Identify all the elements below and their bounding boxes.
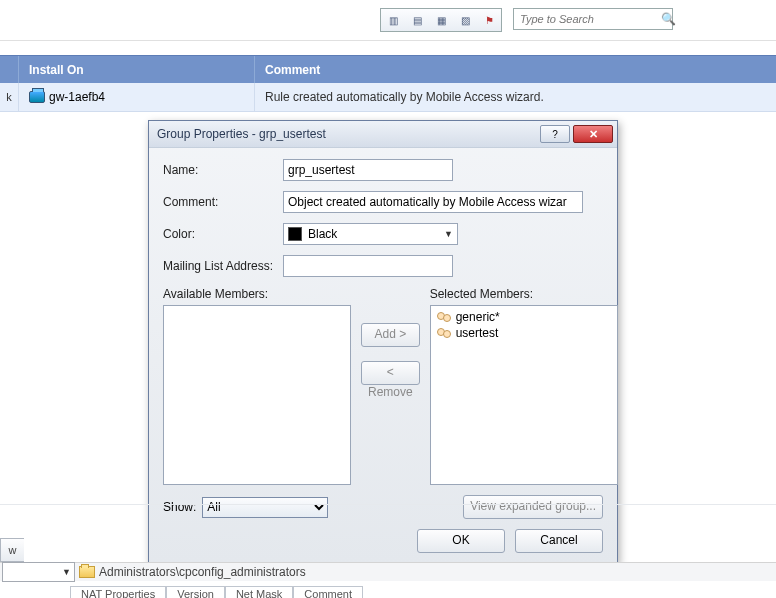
layout-icon-4[interactable]: ▨ (453, 9, 477, 31)
name-input[interactable] (283, 159, 453, 181)
bottom-tab[interactable]: Comment (293, 586, 363, 598)
search-box[interactable]: 🔍 (513, 8, 673, 30)
layout-icon-1[interactable]: ▥ (381, 9, 405, 31)
mailing-input[interactable] (283, 255, 453, 277)
available-label: Available Members: (163, 287, 351, 301)
show-label: Show: (163, 500, 196, 514)
search-input[interactable] (518, 12, 661, 26)
search-icon: 🔍 (661, 12, 676, 26)
view-expanded-button[interactable]: View expanded group... (463, 495, 603, 519)
breadcrumb-text: Administrators\cpconfig_administrators (99, 565, 306, 579)
statusbar-dropdown[interactable]: ▼ (2, 562, 75, 582)
color-swatch-black (288, 227, 302, 241)
color-select[interactable]: Black ▼ (283, 223, 458, 245)
cancel-button[interactable]: Cancel (515, 529, 603, 553)
bottom-tabs: NAT PropertiesVersionNet MaskComment (70, 586, 363, 598)
mailing-label: Mailing List Address: (163, 259, 283, 273)
group-properties-dialog: Group Properties - grp_usertest ? ✕ Name… (148, 120, 618, 564)
gateway-icon (29, 91, 45, 103)
header-checkbox-col (0, 56, 19, 84)
selected-label: Selected Members: (430, 287, 618, 301)
color-label: Color: (163, 227, 283, 241)
bottom-tab[interactable]: NAT Properties (70, 586, 166, 598)
selected-members-list[interactable]: generic*usertest (430, 305, 618, 485)
help-button[interactable]: ? (540, 125, 570, 143)
top-toolbar: ▥ ▤ ▦ ▨ ⚑ 🔍 (0, 0, 776, 41)
available-members-list[interactable] (163, 305, 351, 485)
toolbar-icon-group: ▥ ▤ ▦ ▨ ⚑ (380, 8, 502, 32)
list-item-label: usertest (456, 326, 499, 340)
bottom-tab[interactable]: Net Mask (225, 586, 293, 598)
dialog-titlebar[interactable]: Group Properties - grp_usertest ? ✕ (149, 121, 617, 148)
add-button[interactable]: Add > (361, 323, 420, 347)
table-row[interactable]: k gw-1aefb4 Rule created automatically b… (0, 83, 776, 112)
layout-icon-3[interactable]: ▦ (429, 9, 453, 31)
folder-icon (79, 566, 95, 578)
comment-input[interactable] (283, 191, 583, 213)
layout-icon-2[interactable]: ▤ (405, 9, 429, 31)
bottom-tab[interactable]: Version (166, 586, 225, 598)
row-comment-cell: Rule created automatically by Mobile Acc… (255, 90, 776, 104)
rules-table-header: Install On Comment (0, 55, 776, 85)
list-item[interactable]: usertest (434, 325, 614, 341)
ok-button[interactable]: OK (417, 529, 505, 553)
row-install-cell[interactable]: gw-1aefb4 (19, 83, 255, 111)
gateway-name: gw-1aefb4 (49, 90, 105, 104)
row-checkbox-cell[interactable]: k (0, 83, 19, 111)
close-button[interactable]: ✕ (573, 125, 613, 143)
flag-icon[interactable]: ⚑ (477, 9, 501, 31)
color-value: Black (308, 227, 438, 241)
divider-line (0, 504, 776, 505)
show-select[interactable]: All (202, 497, 328, 518)
dialog-title: Group Properties - grp_usertest (157, 127, 537, 141)
header-comment[interactable]: Comment (255, 56, 776, 84)
users-icon (436, 311, 452, 323)
header-install-on[interactable]: Install On (19, 56, 255, 84)
chevron-down-icon: ▼ (444, 229, 453, 239)
statusbar-breadcrumb[interactable]: Administrators\cpconfig_administrators (79, 565, 306, 579)
list-item-label: generic* (456, 310, 500, 324)
comment-label: Comment: (163, 195, 283, 209)
remove-button[interactable]: < Remove (361, 361, 420, 385)
list-item[interactable]: generic* (434, 309, 614, 325)
partial-tab[interactable]: w (0, 538, 24, 562)
statusbar: ▼ Administrators\cpconfig_administrators (0, 562, 776, 581)
users-icon (436, 327, 452, 339)
chevron-down-icon: ▼ (62, 567, 71, 577)
name-label: Name: (163, 163, 283, 177)
